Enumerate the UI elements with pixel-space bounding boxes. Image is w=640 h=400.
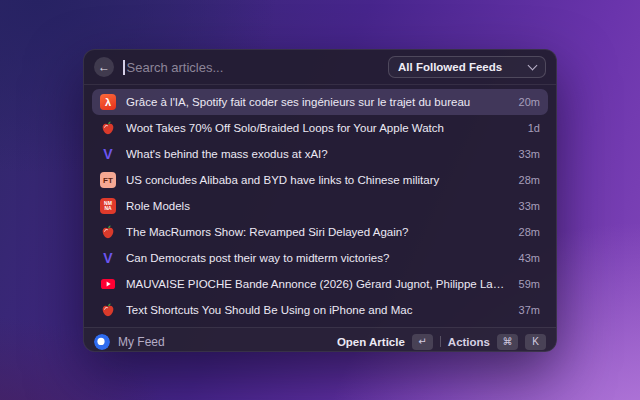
k-key-icon: K xyxy=(525,334,546,350)
article-title: What's behind the mass exodus at xAI? xyxy=(126,148,509,160)
desktop-background: ← Search articles... All Followed Feeds … xyxy=(0,0,640,400)
actions-button[interactable]: Actions xyxy=(448,336,490,348)
feed-search-window: ← Search articles... All Followed Feeds … xyxy=(83,49,557,352)
article-list: λ Grâce à l'IA, Spotify fait coder ses i… xyxy=(84,85,556,327)
article-title: Role Models xyxy=(126,200,509,212)
article-timestamp: 1d xyxy=(528,122,540,134)
article-row[interactable]: NMNA Role Models 33m xyxy=(92,193,548,219)
article-title: Grâce à l'IA, Spotify fait coder ses ing… xyxy=(126,96,509,108)
article-timestamp: 28m xyxy=(519,226,540,238)
rolemodels-source-icon: NMNA xyxy=(100,198,116,214)
text-caret xyxy=(123,60,125,75)
footer-divider xyxy=(440,336,441,347)
footer-actions: Open Article ↵ Actions ⌘ K xyxy=(337,334,546,350)
myfeed-app-icon xyxy=(94,334,110,350)
verge-source-icon: V xyxy=(100,250,116,266)
article-row[interactable]: λ Grâce à l'IA, Spotify fait coder ses i… xyxy=(92,89,548,115)
search-input[interactable]: Search articles... xyxy=(123,60,379,75)
article-row[interactable]: V What's behind the mass exodus at xAI? … xyxy=(92,141,548,167)
article-row[interactable]: Woot Takes 70% Off Solo/Braided Loops fo… xyxy=(92,115,548,141)
ft-source-icon: FT xyxy=(100,172,116,188)
chevron-down-icon xyxy=(528,61,538,71)
article-row[interactable]: V Can Democrats post their way to midter… xyxy=(92,245,548,271)
apple-source-icon xyxy=(100,302,116,318)
apple-source-icon xyxy=(100,120,116,136)
open-article-button[interactable]: Open Article xyxy=(337,336,405,348)
return-key-icon: ↵ xyxy=(412,334,433,350)
article-title: The MacRumors Show: Revamped Siri Delaye… xyxy=(126,226,509,238)
article-title: Can Democrats post their way to midterm … xyxy=(126,252,509,264)
article-timestamp: 43m xyxy=(519,252,540,264)
lambda-source-icon: λ xyxy=(100,94,116,110)
article-title: Woot Takes 70% Off Solo/Braided Loops fo… xyxy=(126,122,518,134)
article-row[interactable]: The MacRumors Show: Revamped Siri Delaye… xyxy=(92,219,548,245)
youtube-source-icon xyxy=(100,276,116,292)
verge-source-icon: V xyxy=(100,146,116,162)
back-button[interactable]: ← xyxy=(94,57,114,77)
feed-filter-label: All Followed Feeds xyxy=(398,61,502,73)
article-timestamp: 37m xyxy=(519,304,540,316)
command-key-icon: ⌘ xyxy=(497,334,518,350)
feed-name-label: My Feed xyxy=(118,335,165,349)
article-row[interactable]: Text Shortcuts You Should Be Using on iP… xyxy=(92,297,548,323)
article-timestamp: 59m xyxy=(519,278,540,290)
article-row[interactable]: MAUVAISE PIOCHE Bande Annonce (2026) Gér… xyxy=(92,271,548,297)
status-footer: My Feed Open Article ↵ Actions ⌘ K xyxy=(84,327,556,352)
article-timestamp: 33m xyxy=(519,148,540,160)
article-title: MAUVAISE PIOCHE Bande Annonce (2026) Gér… xyxy=(126,278,509,290)
search-header: ← Search articles... All Followed Feeds xyxy=(84,50,556,84)
article-timestamp: 28m xyxy=(519,174,540,186)
article-timestamp: 33m xyxy=(519,200,540,212)
article-row[interactable]: FT US concludes Alibaba and BYD have lin… xyxy=(92,167,548,193)
feed-filter-dropdown[interactable]: All Followed Feeds xyxy=(388,56,546,78)
apple-source-icon xyxy=(100,224,116,240)
article-timestamp: 20m xyxy=(519,96,540,108)
article-title: US concludes Alibaba and BYD have links … xyxy=(126,174,509,186)
article-title: Text Shortcuts You Should Be Using on iP… xyxy=(126,304,509,316)
search-placeholder: Search articles... xyxy=(127,60,224,75)
